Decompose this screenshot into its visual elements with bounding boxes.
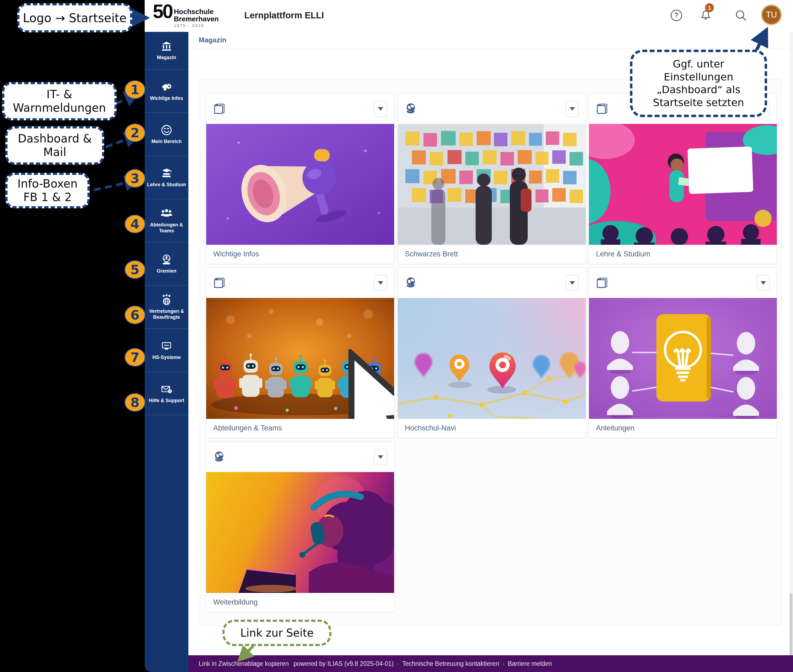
sidebar-item-label: Wichtige Infos — [150, 96, 183, 101]
callout-dashboard-mail: Dashboard & Mail — [5, 126, 104, 165]
card-header — [589, 268, 777, 298]
card-title: Lehre & Studium — [589, 245, 777, 263]
avatar[interactable]: TU — [762, 6, 780, 24]
powered-by-ilias-link[interactable]: powered by ILIAS (v9.8 2025-04-01) — [294, 660, 394, 667]
sidebar-item-gremien[interactable]: Gremien — [145, 242, 188, 286]
chevron-down-icon — [761, 281, 766, 285]
card-image-hochschul-navi[interactable] — [398, 298, 586, 419]
annotation-number-7: 7 — [125, 348, 146, 367]
smiley-icon — [160, 124, 173, 136]
books-grad-icon — [160, 167, 173, 179]
actions-dropdown-button[interactable] — [374, 275, 387, 291]
card-image-lehre-studium[interactable] — [589, 124, 777, 245]
logo-50: 50 — [153, 2, 172, 21]
callout-line: Dashboard & — [18, 132, 92, 146]
card-title-link[interactable]: Schwarzes Brett — [405, 250, 458, 258]
sidebar-item-hilfe-support[interactable]: ? Hilfe & Support — [145, 372, 188, 415]
folder-icon — [213, 102, 226, 115]
card-title: Wichtige Infos — [206, 245, 394, 263]
card-title-link[interactable]: Wichtige Infos — [213, 250, 259, 258]
card-header — [206, 268, 394, 298]
card-weiterbildung: Weiterbildung — [206, 442, 394, 612]
card-image-wichtige-infos[interactable] — [206, 124, 394, 245]
card-abteilungen-teams: Abteilungen & Teams — [206, 267, 394, 438]
sidebar-item-label: HS-Systeme — [152, 355, 181, 360]
card-title-link[interactable]: Hochschul-Navi — [405, 424, 456, 432]
callout-line: Startseite setzten — [653, 96, 744, 109]
card-title: Hochschul-Navi — [398, 419, 586, 437]
callout-line: Einstellungen — [664, 71, 733, 84]
card-image-abteilungen-teams[interactable] — [206, 298, 394, 419]
card-image-schwarzes-brett[interactable] — [398, 124, 586, 245]
sidebar-item-lehre-studium[interactable]: Lehre & Studium — [145, 156, 188, 199]
card-title: Weiterbildung — [206, 593, 394, 611]
card-title-link[interactable]: Lehre & Studium — [596, 250, 650, 258]
card-lehre-studium: Lehre & Studium — [589, 93, 777, 264]
logo-text: Hochschule Bremerhaven 1975 - 2025 — [174, 8, 219, 28]
people-group-icon — [160, 207, 173, 220]
folder-icon — [213, 277, 226, 289]
actions-dropdown-button[interactable] — [374, 101, 387, 117]
card-header — [398, 268, 586, 298]
copy-link-action[interactable]: Link in Zwischenablage kopieren — [199, 660, 289, 667]
chevron-down-icon — [378, 107, 383, 110]
help-icon[interactable]: ? — [670, 9, 683, 22]
sidebar-item-abteilungen-teams[interactable]: Abteilungen & Teams — [145, 199, 188, 242]
card-anleitungen: Anleitungen — [589, 267, 777, 438]
card-hochschul-navi: Hochschul-Navi — [397, 267, 586, 438]
callout-infoboxen: Info-Boxen FB 1 & 2 — [5, 173, 90, 208]
sidebar-item-vertretungen-beauftragte[interactable]: Vertretungen & Beauftragte — [145, 286, 188, 329]
logo-line2: Bremerhaven — [174, 15, 219, 23]
chevron-down-icon — [570, 107, 575, 110]
report-barrier-link[interactable]: Barriere melden — [508, 660, 552, 667]
sidebar-item-label: Lehre & Studium — [147, 182, 186, 188]
callout-line: Info-Boxen — [17, 177, 77, 190]
callout-line: Ggf. unter — [673, 58, 724, 71]
card-header — [206, 442, 394, 472]
footer-separator: · — [397, 660, 399, 667]
chevron-down-icon — [378, 455, 383, 459]
card-title-link[interactable]: Abteilungen & Teams — [213, 424, 282, 432]
sidebar-item-hs-systeme[interactable]: HS-Systeme — [145, 329, 188, 372]
svg-text:?: ? — [674, 11, 678, 19]
actions-dropdown-button[interactable] — [566, 101, 579, 117]
mouse-cursor — [292, 349, 394, 419]
card-title-link[interactable]: Weiterbildung — [213, 598, 258, 606]
card-title-link[interactable]: Anleitungen — [596, 424, 634, 432]
sidebar-item-label: Hilfe & Support — [149, 398, 184, 404]
main-content: Magazin — [188, 32, 793, 672]
sidebar-item-label: Gremien — [157, 268, 176, 274]
callout-it-warnmeldungen: IT- & Warnmeldungen — [2, 82, 117, 120]
annotation-number-2: 2 — [125, 123, 146, 142]
card-wichtige-infos: Wichtige Infos — [206, 93, 394, 264]
card-image-anleitungen[interactable] — [589, 298, 777, 419]
support-contact-link[interactable]: Technische Betreuung kontaktieren — [402, 660, 499, 667]
weblink-icon — [405, 277, 417, 289]
actions-dropdown-button[interactable] — [374, 449, 387, 465]
search-icon[interactable] — [734, 9, 748, 22]
callout-dashboard-startseite: Ggf. unter Einstellungen „Dashboard“ als… — [630, 50, 767, 117]
sidebar-item-magazin[interactable]: Magazin — [145, 32, 188, 70]
annotation-number-8: 8 — [125, 393, 146, 412]
bank-icon — [160, 40, 173, 52]
callout-text: Logo → Startseite — [23, 11, 127, 25]
sidebar-item-wichtige-infos[interactable]: Wichtige Infos — [145, 70, 188, 113]
folder-icon — [596, 102, 609, 115]
card-title: Abteilungen & Teams — [206, 419, 394, 437]
actions-dropdown-button[interactable] — [757, 275, 770, 291]
logo-link[interactable]: 50 Hochschule Bremerhaven 1975 - 2025 — [153, 2, 219, 28]
card-image-weiterbildung[interactable] — [206, 472, 394, 593]
annotation-number-3: 3 — [125, 169, 146, 188]
main-sidebar: Magazin Wichtige Infos Mein Bereich Lehr… — [145, 32, 188, 672]
sidebar-item-mein-bereich[interactable]: Mein Bereich — [145, 113, 188, 156]
callout-link-zur-seite: Link zur Seite — [223, 620, 332, 646]
folder-icon — [596, 277, 609, 289]
callout-line: FB 1 & 2 — [23, 190, 72, 204]
actions-dropdown-button[interactable] — [566, 275, 579, 291]
breadcrumb-link-magazin[interactable]: Magazin — [199, 36, 226, 44]
callout-line: Warnmeldungen — [13, 101, 106, 115]
notification-badge: 1 — [705, 3, 714, 12]
card-header — [398, 94, 586, 124]
scrollbar[interactable] — [789, 32, 793, 672]
annotation-number-5: 5 — [125, 260, 146, 279]
